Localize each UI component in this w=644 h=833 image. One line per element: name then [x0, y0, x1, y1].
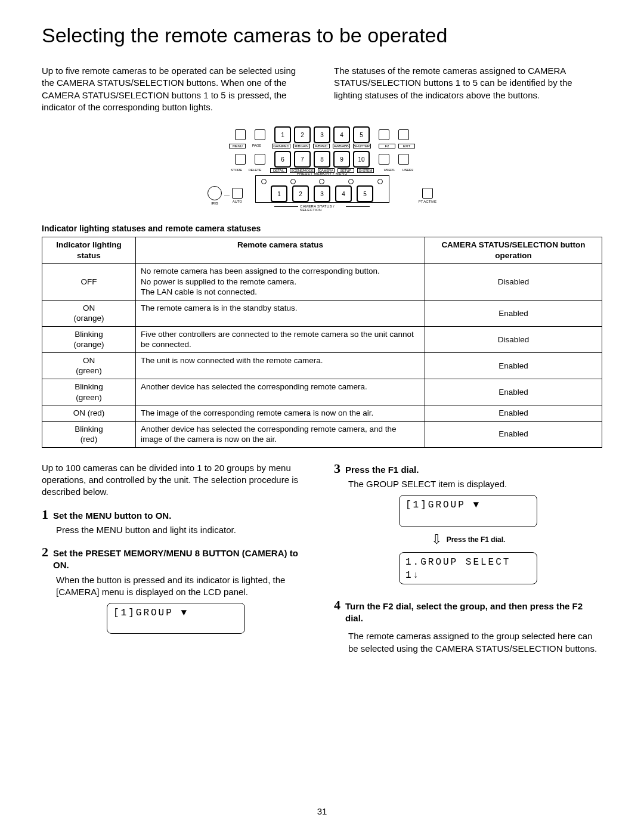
page-number: 31 [317, 806, 327, 816]
page-title: Selecting the remote cameras to be opera… [42, 24, 602, 47]
lcd-flow-bottom: 1.GROUP SELECT 1↓ [399, 552, 537, 584]
lcd-flow-top: [1]GROUP ▼ [399, 495, 537, 527]
lcd-display-1: [1]GROUP ▼ [107, 603, 245, 634]
intro-left: Up to five remote cameras to be operated… [42, 65, 310, 113]
left-col-intro: Up to 100 cameras can be divided into 1 … [42, 462, 310, 498]
table-heading: Indicator lighting statuses and remote c… [42, 224, 602, 233]
step-4-body: The remote cameras assigned to the group… [348, 630, 602, 655]
step-3-title: Press the F1 dial. [345, 464, 419, 476]
controller-diagram: 12345 MENUPAGE GAIN/PEDR/BGAINR/BPEDAWB/… [203, 126, 441, 207]
down-arrow-icon: ⇩ [431, 531, 442, 549]
step-1-title: Set the MENU button to ON. [53, 510, 171, 522]
step-1-body: Press the MENU button and light its indi… [56, 524, 310, 536]
intro-right: The statuses of the remote cameras assig… [334, 65, 602, 113]
step-2-body: When the button is pressed and its indic… [56, 574, 310, 599]
step-4-title: Turn the F2 dial, select the group, and … [345, 600, 602, 625]
step-3-body: The GROUP SELECT item is displayed. [348, 478, 602, 490]
flow-label: Press the F1 dial. [447, 535, 506, 544]
step-2-title: Set the PRESET MEMORY/MENU 8 BUTTON (CAM… [53, 547, 310, 572]
status-table: Indicator lighting statusRemote camera s… [42, 237, 602, 448]
